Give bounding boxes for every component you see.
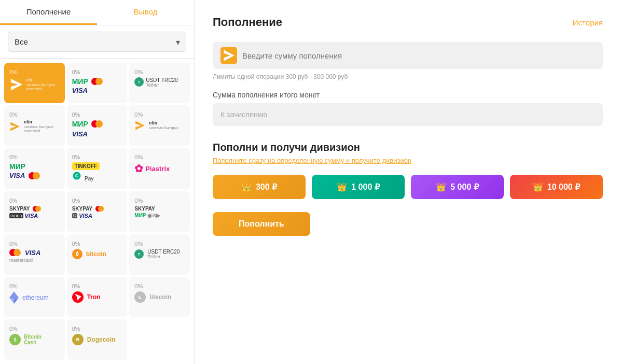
crown-1000-icon: 👑 [337, 182, 347, 192]
payment-ethereum[interactable]: 0% ethereum [4, 277, 65, 317]
division-btn-10000[interactable]: 👑 10 000 ₽ [510, 175, 603, 199]
filter-select[interactable]: Все Банковские карты Криптовалюта Электр… [8, 32, 186, 52]
svg-text:T: T [138, 252, 141, 257]
tab-deposit[interactable]: Пополнение [0, 0, 97, 25]
payment-bitcoin[interactable]: 0% ₿ bitcoin [67, 234, 128, 275]
payment-usdt-erc20[interactable]: 0% T USDT ERC20 Tether [129, 234, 190, 275]
svg-text:T: T [138, 80, 141, 85]
right-panel: Пополнение История Лимиты одной операции… [195, 0, 621, 364]
filter-row: Все Банковские карты Криптовалюта Электр… [0, 25, 194, 59]
payment-sbp-main[interactable]: 0% сбп система быстрых платежей [4, 63, 65, 103]
payment-usdt-trc20[interactable]: 0% T USDT TRC20 Tether [129, 63, 190, 103]
history-link[interactable]: История [573, 18, 603, 27]
payment-skypay-mir[interactable]: 0% SKYPAY МИР ◉⊙▶ [129, 191, 190, 232]
payment-dogecoin[interactable]: 0% Ð Dogecoin [67, 319, 128, 360]
payment-tinkoff[interactable]: 0% TINKOFF G Pay [67, 148, 128, 189]
payment-piastrix[interactable]: 0% ✿ Piastrix [129, 148, 190, 189]
ethereum-label: ethereum [22, 294, 49, 301]
division-btn-5000[interactable]: 👑 5 000 ₽ [411, 175, 504, 199]
credited-input: К зачислению [213, 103, 603, 126]
payment-litecoin[interactable]: 0% Ł litecoin [129, 277, 190, 317]
payment-mir-visa2[interactable]: 0% МИР VISA [67, 105, 128, 146]
right-header: Пополнение История [213, 16, 603, 29]
division-btn-1000[interactable]: 👑 1 000 ₽ [312, 175, 405, 199]
limit-text: Лимиты одной операции 300 руб - 300 000 … [213, 73, 603, 80]
svg-text:Ł: Ł [139, 294, 142, 300]
payment-skypay-mono[interactable]: 0% SKYPAY mono VISA [4, 191, 65, 232]
tinkoff-logo: TINKOFF [72, 162, 100, 170]
visa-logo: VISA [72, 87, 88, 94]
amount-input-wrapper [213, 42, 603, 69]
svg-text:G: G [75, 174, 78, 178]
svg-marker-4 [136, 121, 145, 130]
piastrix-logo: ✿ [134, 162, 143, 175]
payment-sbp2[interactable]: 0% сбп система быстрых платежей [4, 105, 65, 146]
payment-mc-visa-kzt[interactable]: 0% VISA mastercard [4, 234, 65, 275]
crown-5000-icon: 👑 [436, 182, 446, 192]
payment-skypay-u[interactable]: 0% SKYPAY U VISA [67, 191, 128, 232]
sbp-icon-small [220, 47, 237, 64]
left-panel: Пополнение Вывод Все Банковские карты Кр… [0, 0, 195, 364]
payment-methods-grid: 0% сбп система быстрых платежей 0% МИР [0, 59, 194, 364]
svg-marker-3 [10, 122, 20, 131]
crown-10000-icon: 👑 [533, 182, 543, 192]
tabs-bar: Пополнение Вывод [0, 0, 194, 25]
amount-input[interactable] [242, 51, 595, 60]
division-subtitle: Пополните сразу на определенную сумму и … [213, 157, 603, 164]
payment-bitcoincash[interactable]: 0% ₿ BitcoinCash [4, 319, 65, 360]
sbp-logo-area: сбп система быстрых платежей [9, 77, 56, 92]
payment-mir-visa[interactable]: 0% МИР VISA [67, 63, 128, 103]
crown-300-icon: 👑 [241, 182, 252, 192]
submit-button[interactable]: Пополнить [213, 212, 310, 236]
division-buttons: 👑 300 ₽ 👑 1 000 ₽ 👑 5 000 ₽ 👑 10 000 ₽ [213, 175, 603, 199]
payment-sbp3[interactable]: 0% сбп система быстрых [129, 105, 190, 146]
page-title: Пополнение [213, 16, 282, 29]
sum-label: Сумма пополнения итого монет [213, 91, 603, 99]
payment-tron[interactable]: 0% Tron [67, 277, 128, 317]
division-btn-300[interactable]: 👑 300 ₽ [213, 175, 306, 199]
division-title: Пополни и получи дивизион [213, 142, 603, 153]
payment-mir-mc[interactable]: 0% МИР VISA [4, 148, 65, 189]
filter-select-wrapper: Все Банковские карты Криптовалюта Электр… [8, 32, 186, 52]
svg-rect-22 [220, 47, 237, 64]
svg-text:Ð: Ð [76, 337, 79, 342]
usdt-trc20-logo: T [134, 77, 144, 88]
svg-marker-0 [11, 79, 22, 90]
tab-withdrawal[interactable]: Вывод [97, 0, 194, 25]
svg-text:₿: ₿ [75, 251, 78, 257]
mir-logo: МИР [72, 77, 88, 86]
